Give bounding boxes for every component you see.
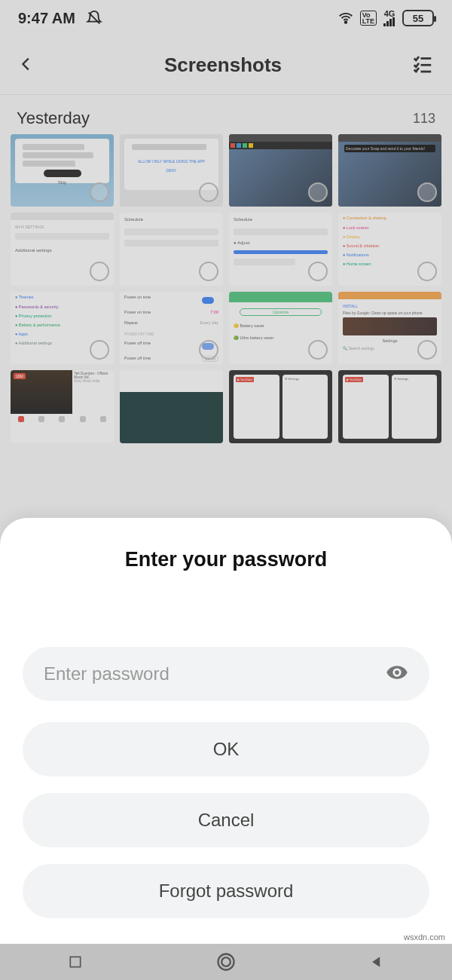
thumbnail[interactable] [229,134,332,207]
watermark: wsxdn.com [402,932,447,942]
thumbnail[interactable]: 18M Yeh Dooriyan - Official Music Vid...… [11,370,114,443]
thumbnail-grid: Skip ALLOW ONLY WHILE USING THE APP DENY [0,134,452,443]
volte-icon: VoLTE [360,11,377,26]
dnd-icon [86,10,102,26]
thumbnail[interactable]: Power on time Power on time 7:00 Repeat … [120,292,223,364]
password-input[interactable] [44,663,386,684]
thumbnail[interactable]: ● Connection & sharing ● Lock screen ● D… [338,213,441,285]
thumbnail[interactable]: ▶ YouTube ⚙ Settings [338,370,441,443]
app-header: Screenshots [0,36,452,95]
thumbnail[interactable]: Skip [11,134,114,207]
thumbnail[interactable]: ALLOW ONLY WHILE USING THE APP DENY [120,134,223,207]
thumbnail[interactable] [120,370,223,443]
forgot-password-button[interactable]: Forgot password [23,864,429,918]
sheet-title: Enter your password [23,548,429,571]
thumbnail[interactable]: Schedule ● Adjust [229,213,332,285]
thumbnail[interactable]: INSTALL Files by Google: Clean up space … [338,292,441,364]
select-mode-button[interactable] [411,53,434,78]
show-password-icon[interactable] [386,661,408,687]
thumbnail[interactable]: Schedule [120,213,223,285]
wifi-icon [337,10,354,26]
svg-point-0 [344,21,347,23]
ok-button[interactable]: OK [23,722,429,776]
nav-back-button[interactable] [354,954,399,969]
cancel-button[interactable]: Cancel [23,793,429,847]
thumbnail[interactable]: WI-FI SETTINGS Additional settings [11,213,114,285]
signal-icon: 4G [383,11,396,26]
nav-home-button[interactable] [203,951,249,972]
status-bar: 9:47 AM VoLTE 4G 55 [0,0,452,36]
back-button[interactable] [18,53,35,78]
svg-point-4 [221,957,231,966]
page-title: Screenshots [164,54,282,77]
password-sheet: Enter your password OK Cancel Forgot pas… [0,518,452,944]
section-header: Yesterday 113 [0,95,452,134]
thumbnail[interactable]: ● Themes ● Passwords & security ● Privac… [11,292,114,364]
section-count: 113 [413,111,435,127]
section-label: Yesterday [17,109,90,128]
thumbnail[interactable]: ▶ YouTube ⚙ Settings [229,370,332,443]
system-nav-bar [0,944,452,980]
svg-point-3 [218,954,234,970]
svg-point-1 [395,670,399,675]
thumbnail[interactable]: Decorate your Snap and send it to your f… [338,134,441,207]
password-field-container [23,647,429,701]
battery-icon: 55 [402,10,434,26]
svg-rect-2 [70,957,80,966]
thumbnail[interactable]: Optimize 🟡 Battery saver 🟢 Ultra battery… [229,292,332,364]
status-time: 9:47 AM [18,10,75,27]
nav-recents-button[interactable] [53,954,98,969]
